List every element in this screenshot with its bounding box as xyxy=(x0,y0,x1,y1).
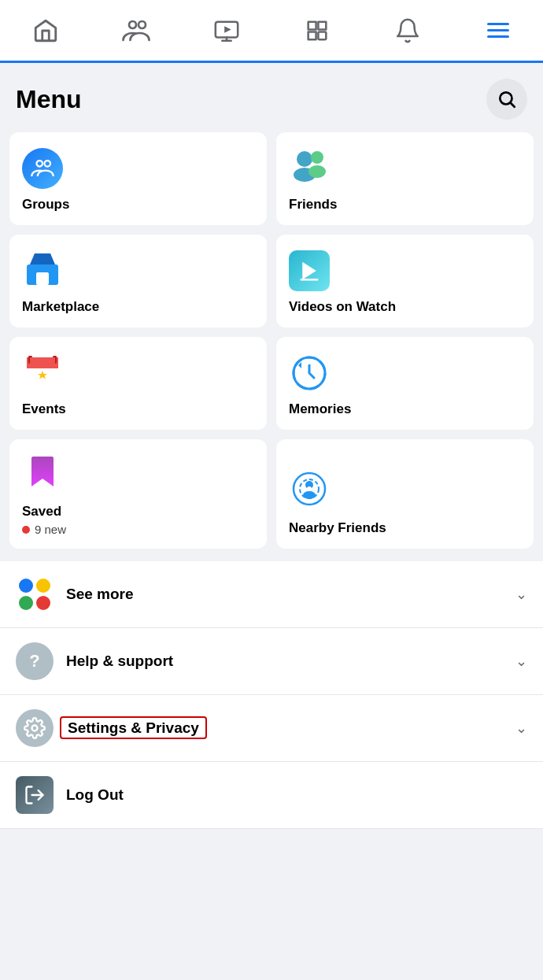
see-more-icon xyxy=(17,577,52,612)
nav-home[interactable] xyxy=(22,7,69,54)
help-chevron: ⌄ xyxy=(515,653,527,670)
menu-header: Menu xyxy=(0,63,543,132)
marketplace-label: Marketplace xyxy=(22,299,254,315)
svg-marker-17 xyxy=(302,262,316,280)
settings-icon-wrap xyxy=(16,709,54,747)
grid-item-memories[interactable]: Memories xyxy=(276,337,534,430)
saved-icon-wrap xyxy=(22,452,254,496)
help-icon-wrap: ? xyxy=(16,642,54,680)
menu-list: See more ⌄ ? Help & support ⌄ Set xyxy=(0,561,543,829)
nearby-label: Nearby Friends xyxy=(289,520,521,536)
svg-line-8 xyxy=(511,103,515,107)
videos-label: Videos on Watch xyxy=(289,299,521,315)
settings-label: Settings & Privacy xyxy=(66,719,515,737)
logout-icon-wrap xyxy=(16,776,54,814)
saved-badge-dot xyxy=(22,526,30,534)
events-icon xyxy=(22,349,63,390)
videos-icon-wrap xyxy=(289,250,521,291)
grid-item-groups[interactable]: Groups xyxy=(9,132,267,225)
hamburger-icon xyxy=(487,23,509,38)
videos-icon xyxy=(289,250,330,291)
svg-point-36 xyxy=(303,491,316,499)
friends-label: Friends xyxy=(289,197,521,213)
nav-menu[interactable] xyxy=(475,7,522,54)
groups-icon xyxy=(22,148,63,189)
memories-icon xyxy=(289,353,330,394)
see-more-icon-wrap xyxy=(16,575,54,613)
settings-highlight: Settings & Privacy xyxy=(60,716,207,739)
marketplace-icon-wrap xyxy=(22,247,254,291)
saved-badge-text: 9 new xyxy=(35,523,66,536)
groups-label: Groups xyxy=(22,197,254,213)
svg-marker-5 xyxy=(224,26,231,33)
svg-rect-38 xyxy=(19,579,33,593)
settings-chevron: ⌄ xyxy=(515,719,527,737)
svg-rect-40 xyxy=(19,596,33,610)
list-item-settings[interactable]: Settings & Privacy ⌄ xyxy=(0,695,543,762)
groups-icon-wrap xyxy=(22,148,254,189)
saved-icon xyxy=(22,452,63,493)
svg-point-14 xyxy=(308,165,326,178)
list-item-logout[interactable]: Log Out xyxy=(0,762,543,829)
grid-item-marketplace[interactable]: Marketplace xyxy=(9,235,267,327)
svg-point-9 xyxy=(37,161,43,167)
grid-item-videos[interactable]: Videos on Watch xyxy=(276,235,534,327)
search-icon xyxy=(497,89,517,109)
menu-title: Menu xyxy=(16,85,82,114)
svg-point-0 xyxy=(129,21,136,28)
see-more-label: See more xyxy=(66,586,515,603)
menu-grid: Groups Friends xyxy=(0,132,543,558)
svg-point-11 xyxy=(297,151,312,167)
nav-pages[interactable] xyxy=(294,7,341,54)
svg-point-42 xyxy=(32,726,38,731)
svg-rect-39 xyxy=(36,579,50,593)
svg-point-13 xyxy=(311,151,323,164)
saved-badge: 9 new xyxy=(22,523,254,536)
friends-icon xyxy=(289,145,330,186)
friends-icon-wrap xyxy=(289,145,521,189)
nearby-icon-wrap xyxy=(289,468,521,512)
grid-item-friends[interactable]: Friends xyxy=(276,132,534,225)
see-more-chevron: ⌄ xyxy=(515,586,527,603)
list-item-see-more[interactable]: See more ⌄ xyxy=(0,561,543,628)
help-label: Help & support xyxy=(66,653,515,670)
grid-item-nearby[interactable]: Nearby Friends xyxy=(276,439,534,549)
memories-icon-wrap xyxy=(289,353,521,394)
nav-groups[interactable] xyxy=(113,7,160,54)
main-content: Menu Groups xyxy=(0,63,543,829)
svg-point-37 xyxy=(307,486,312,491)
svg-rect-16 xyxy=(36,272,49,285)
events-label: Events xyxy=(22,401,254,417)
svg-rect-6 xyxy=(318,31,326,39)
marketplace-icon xyxy=(22,247,63,288)
list-item-help[interactable]: ? Help & support ⌄ xyxy=(0,628,543,695)
memories-label: Memories xyxy=(289,401,521,417)
svg-rect-41 xyxy=(36,596,50,610)
svg-point-1 xyxy=(139,21,146,28)
grid-item-saved[interactable]: Saved 9 new xyxy=(9,439,267,549)
settings-gear-icon xyxy=(16,709,54,747)
saved-label: Saved xyxy=(22,504,254,520)
svg-point-10 xyxy=(45,161,51,167)
nearby-icon xyxy=(289,468,330,509)
logout-label: Log Out xyxy=(66,786,527,804)
nav-notifications[interactable] xyxy=(384,7,431,54)
top-navigation xyxy=(0,0,543,63)
events-icon-wrap xyxy=(22,349,254,394)
help-icon: ? xyxy=(16,642,54,680)
logout-icon xyxy=(16,776,54,814)
svg-rect-29 xyxy=(30,357,55,367)
grid-item-events[interactable]: Events xyxy=(9,337,267,430)
nav-watch[interactable] xyxy=(203,7,250,54)
search-button[interactable] xyxy=(486,79,527,120)
